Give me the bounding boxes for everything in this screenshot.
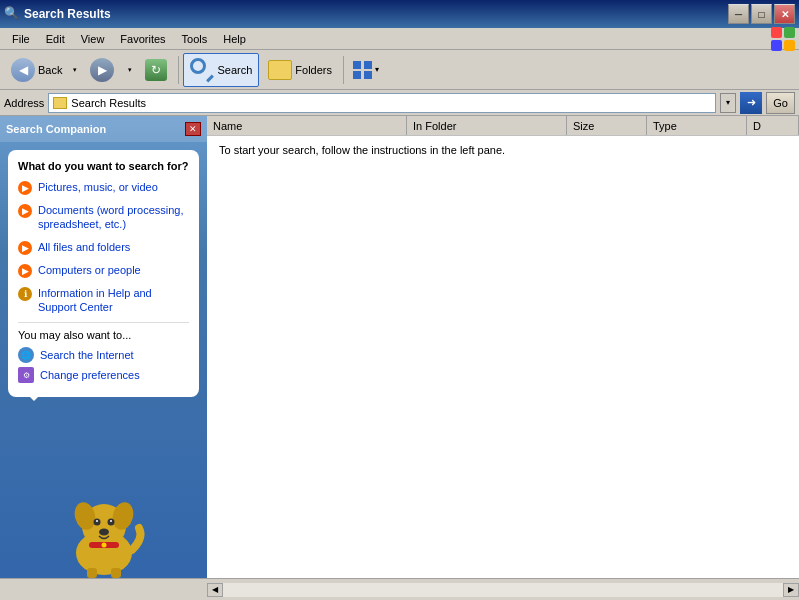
- pictures-arrow-icon: ▶: [18, 181, 32, 195]
- change-preferences-item[interactable]: ⚙ Change preferences: [18, 367, 189, 383]
- status-bar: ◀ ▶: [0, 578, 799, 600]
- window-icon: 🔍: [4, 6, 20, 22]
- computers-label: Computers or people: [38, 263, 141, 277]
- address-dropdown[interactable]: ▾: [720, 93, 736, 113]
- refresh-button[interactable]: ↻: [138, 53, 174, 87]
- svg-point-6: [96, 520, 98, 522]
- menu-edit[interactable]: Edit: [38, 31, 73, 47]
- folders-button[interactable]: Folders: [261, 53, 339, 87]
- preferences-icon: ⚙: [18, 367, 34, 383]
- search-button[interactable]: Search: [183, 53, 259, 87]
- menu-view[interactable]: View: [73, 31, 113, 47]
- internet-label: Search the Internet: [40, 348, 134, 362]
- back-label: Back: [38, 64, 62, 76]
- horizontal-scrollbar[interactable]: [223, 583, 783, 597]
- search-option-documents[interactable]: ▶ Documents (word processing, spreadshee…: [18, 203, 189, 232]
- bubble-question: What do you want to search for?: [18, 160, 189, 172]
- views-dropdown-arrow: ▾: [375, 65, 379, 74]
- search-option-files[interactable]: ▶ All files and folders: [18, 240, 189, 255]
- address-value: Search Results: [71, 97, 146, 109]
- address-go-arrow[interactable]: ➜: [740, 92, 762, 114]
- folders-label: Folders: [295, 64, 332, 76]
- also-want-label: You may also want to...: [18, 329, 189, 341]
- maximize-button[interactable]: □: [751, 4, 772, 24]
- svg-rect-12: [111, 568, 121, 578]
- left-panel: Search Companion ✕ What do you want to s…: [0, 116, 207, 578]
- back-icon: ◀: [11, 58, 35, 82]
- search-option-pictures[interactable]: ▶ Pictures, music, or video: [18, 180, 189, 195]
- files-arrow-icon: ▶: [18, 241, 32, 255]
- window-controls: ─ □ ✕: [728, 4, 795, 24]
- views-button[interactable]: ▾: [348, 53, 384, 87]
- bubble-divider: [18, 322, 189, 323]
- folders-icon: [268, 60, 292, 80]
- col-header-infolder[interactable]: In Folder: [407, 116, 567, 135]
- svg-point-7: [110, 520, 112, 522]
- address-bar: Address Search Results ▾ ➜ Go: [0, 90, 799, 116]
- forward-button-group: ▶ ▾: [83, 53, 136, 87]
- svg-rect-11: [87, 568, 97, 578]
- title-bar: 🔍 Search Results ─ □ ✕: [0, 0, 799, 28]
- close-left-panel-button[interactable]: ✕: [185, 122, 201, 136]
- search-internet-item[interactable]: 🌐 Search the Internet: [18, 347, 189, 363]
- col-header-date[interactable]: D: [747, 116, 799, 135]
- search-companion-title: Search Companion: [6, 123, 106, 135]
- minimize-button[interactable]: ─: [728, 4, 749, 24]
- go-label: Go: [773, 97, 788, 109]
- back-button[interactable]: ◀ Back: [4, 53, 69, 87]
- column-headers: Name In Folder Size Type D: [207, 116, 799, 136]
- refresh-icon: ↻: [145, 59, 167, 81]
- menu-bar: File Edit View Favorites Tools Help: [0, 28, 799, 50]
- col-header-type[interactable]: Type: [647, 116, 747, 135]
- right-panel: Name In Folder Size Type D To start your…: [207, 116, 799, 578]
- documents-arrow-icon: ▶: [18, 204, 32, 218]
- views-icon: [353, 61, 373, 79]
- separator-2: [343, 56, 344, 84]
- forward-dropdown[interactable]: ▾: [124, 53, 136, 87]
- main-content: Search Companion ✕ What do you want to s…: [0, 116, 799, 578]
- menu-tools[interactable]: Tools: [174, 31, 216, 47]
- search-hint-text: To start your search, follow the instruc…: [219, 144, 505, 156]
- toolbar: ◀ Back ▾ ▶ ▾ ↻ Search Folders: [0, 50, 799, 90]
- address-label: Address: [4, 97, 44, 109]
- forward-icon: ▶: [90, 58, 114, 82]
- computers-arrow-icon: ▶: [18, 264, 32, 278]
- search-icon: [190, 58, 214, 82]
- address-field[interactable]: Search Results: [48, 93, 716, 113]
- col-header-name[interactable]: Name: [207, 116, 407, 135]
- search-option-computers[interactable]: ▶ Computers or people: [18, 263, 189, 278]
- scroll-left-button[interactable]: ◀: [207, 583, 223, 597]
- left-panel-header: Search Companion ✕: [0, 116, 207, 142]
- search-companion-bubble: What do you want to search for? ▶ Pictur…: [8, 150, 199, 397]
- go-button[interactable]: Go: [766, 92, 795, 114]
- help-label: Information in Help and Support Center: [38, 286, 189, 315]
- svg-point-10: [101, 543, 106, 548]
- pictures-label: Pictures, music, or video: [38, 180, 158, 194]
- window-title: Search Results: [24, 7, 728, 21]
- documents-label: Documents (word processing, spreadsheet,…: [38, 203, 189, 232]
- menu-help[interactable]: Help: [215, 31, 254, 47]
- internet-icon: 🌐: [18, 347, 34, 363]
- separator-1: [178, 56, 179, 84]
- svg-point-8: [99, 529, 109, 536]
- help-info-icon: ℹ: [18, 287, 32, 301]
- col-header-size[interactable]: Size: [567, 116, 647, 135]
- status-right: ◀ ▶: [207, 583, 799, 597]
- files-label: All files and folders: [38, 240, 130, 254]
- menu-favorites[interactable]: Favorites: [112, 31, 173, 47]
- dog-mascot: [59, 478, 149, 578]
- search-label: Search: [217, 64, 252, 76]
- scroll-right-button[interactable]: ▶: [783, 583, 799, 597]
- right-content: To start your search, follow the instruc…: [207, 136, 799, 578]
- menu-file[interactable]: File: [4, 31, 38, 47]
- back-button-group: ◀ Back ▾: [4, 53, 81, 87]
- dog-mascot-area: [0, 478, 207, 578]
- preferences-label: Change preferences: [40, 368, 140, 382]
- back-dropdown[interactable]: ▾: [69, 53, 81, 87]
- forward-button[interactable]: ▶: [83, 53, 124, 87]
- search-option-help[interactable]: ℹ Information in Help and Support Center: [18, 286, 189, 315]
- windows-logo: [771, 27, 795, 51]
- address-folder-icon: [53, 97, 67, 109]
- close-button[interactable]: ✕: [774, 4, 795, 24]
